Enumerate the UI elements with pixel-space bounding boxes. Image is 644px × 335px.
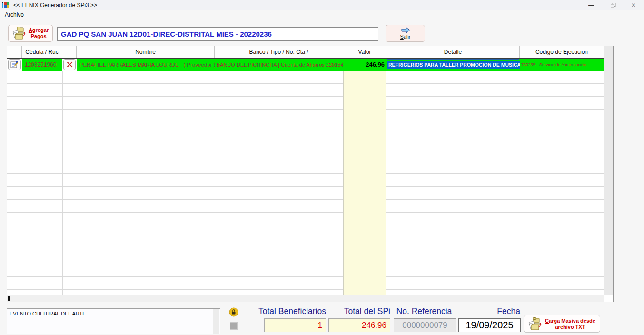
menu-archivo[interactable]: Archivo [5, 11, 24, 18]
horizontal-scrollbar-thumb[interactable] [8, 296, 10, 301]
carga-masiva-label-line2: archivo TXT [545, 324, 595, 330]
minimize-button[interactable]: — [581, 0, 602, 10]
header-detalle: Detalle [386, 46, 520, 58]
referencia-field: 0000000079 [394, 318, 456, 332]
detalle-inline-editor[interactable]: REFRIGERIOS PARA TALLER PROMOCION DE MUS… [387, 59, 519, 70]
banco-cell[interactable]: BANCO DEL PICHINCHA [ Cuenta de Ahorros … [215, 59, 343, 71]
vertical-scrollbar[interactable] [604, 46, 613, 295]
header-codigo: Codigo de Ejecucion [520, 46, 604, 58]
fecha-label: Fecha [458, 306, 520, 317]
detalle-selected-text: REFRIGERIOS PARA TALLER PROMOCION DE MUS… [387, 61, 520, 69]
menu-bar: Archivo [0, 10, 644, 20]
app-icon [2, 1, 10, 9]
restore-button[interactable] [603, 0, 624, 10]
status-square[interactable] [230, 322, 238, 330]
column-separator [77, 58, 77, 295]
carga-masiva-button[interactable]: Carga Masiva desde archivo TXT [524, 315, 600, 333]
header-valor: Valor [343, 46, 386, 58]
observaciones-textarea[interactable]: EVENTO CULTURAL DEL ARTE [7, 308, 220, 334]
column-separator [520, 58, 520, 295]
agregar-pagos-button[interactable]: Agregar Pagos [8, 25, 53, 42]
salir-label: Salir [400, 34, 410, 40]
header-nombre: Nombre [77, 46, 215, 58]
header-edit-column [7, 46, 22, 58]
header-banco: Banco / Tipo / No. Cta / [215, 46, 343, 58]
total-spi-field[interactable]: 246.96 [328, 318, 390, 332]
payments-grid: Cédula / Ruc Nombre Banco / Tipo / No. C… [7, 46, 614, 302]
beneficiary-title-field[interactable]: GAD PQ SAN JUAN 12D01-DIREC-DISTRITAL MI… [57, 27, 378, 41]
total-beneficiarios-field[interactable]: 1 [264, 318, 326, 332]
delete-cell [62, 59, 77, 71]
minimize-icon: — [588, 2, 594, 9]
cedula-cell[interactable]: 1203251960 [22, 59, 62, 71]
table-row: 1203251960 PEÑAFIEL PARRALES MARIA LOURD… [7, 58, 604, 71]
lock-icon [229, 307, 238, 317]
close-button[interactable]: ✕ [623, 0, 644, 10]
window-title: << FENIX Generador de SPi3 >> [13, 2, 97, 9]
edit-row-button[interactable] [8, 59, 21, 70]
column-separator [22, 58, 22, 295]
column-separator [215, 58, 215, 295]
restore-icon [611, 3, 616, 8]
grid-empty-rows [7, 71, 604, 295]
detalle-cell[interactable]: REFRIGERIOS PARA TALLER PROMOCION DE MUS… [386, 59, 520, 71]
title-bar: << FENIX Generador de SPi3 >> — ✕ [0, 0, 644, 10]
valor-cell[interactable]: 246.96 [343, 59, 386, 71]
fecha-field[interactable]: 19/09/2025 [458, 318, 521, 332]
scrollbar-corner [604, 295, 613, 302]
header-cedula: Cédula / Ruc [22, 46, 62, 58]
nombre-cell[interactable]: PEÑAFIEL PARRALES MARIA LOURDE ( Proveed… [77, 59, 215, 71]
carga-masiva-label-line1: Carga Masiva desde [545, 318, 595, 324]
exit-arrow-icon [400, 27, 411, 33]
horizontal-scrollbar[interactable] [7, 295, 604, 302]
agregar-pagos-label-line2: Pagos [29, 33, 49, 40]
close-icon: ✕ [631, 2, 636, 9]
folder-add-icon [12, 27, 27, 40]
edit-form-icon [10, 61, 19, 68]
folder-upload-icon [528, 317, 543, 331]
referencia-label: No. Referencia [392, 306, 456, 317]
salir-button[interactable]: Salir [386, 25, 425, 42]
total-spi-label: Total del SPi [309, 306, 390, 317]
observaciones-scrollbar[interactable] [213, 309, 219, 334]
delete-x-icon [67, 61, 73, 68]
header-delete-column [62, 46, 77, 58]
codigo-ejecucion-cell[interactable]: 730235 - Servicio de Alimentación [520, 59, 604, 71]
agregar-pagos-label-line1: Agregar [29, 27, 49, 33]
column-separator [62, 58, 63, 295]
valor-column-highlight [343, 71, 386, 295]
delete-row-button[interactable] [63, 59, 76, 70]
edit-cell [7, 59, 22, 71]
